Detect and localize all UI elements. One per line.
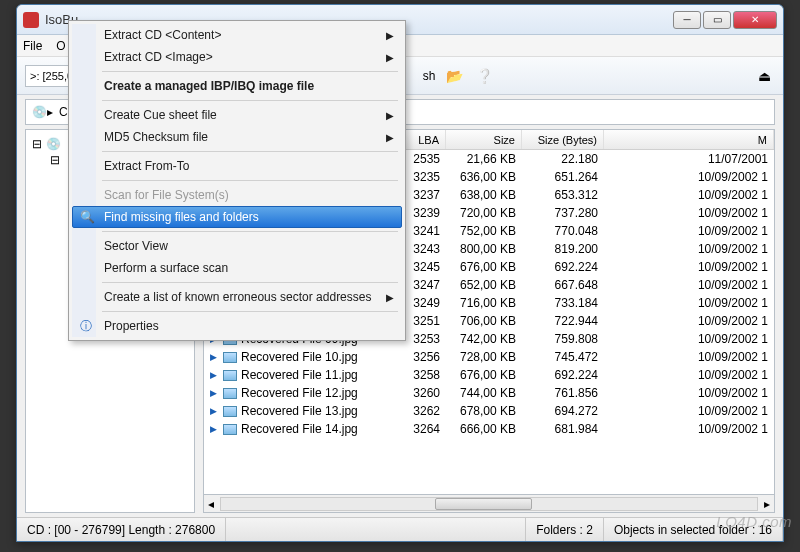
cell-bytes: 692.224	[522, 368, 604, 382]
cell-date: 10/09/2002 1	[604, 206, 774, 220]
cell-bytes: 733.184	[522, 296, 604, 310]
cell-bytes: 761.856	[522, 386, 604, 400]
cell-date: 10/09/2002 1	[604, 404, 774, 418]
cell-size: 652,00 KB	[446, 278, 522, 292]
cell-bytes: 722.944	[522, 314, 604, 328]
table-row[interactable]: ▶Recovered File 11.jpg3258676,00 KB692.2…	[204, 366, 774, 384]
submenu-arrow-icon: ▶	[386, 292, 394, 303]
cell-date: 10/09/2002 1	[604, 278, 774, 292]
file-name: Recovered File 13.jpg	[241, 404, 358, 418]
col-bytes[interactable]: Size (Bytes)	[522, 130, 604, 149]
cell-lba: 3256	[394, 350, 446, 364]
horizontal-scrollbar[interactable]: ◂ ▸	[203, 495, 775, 513]
ctx-find-missing[interactable]: 🔍 Find missing files and folders	[72, 206, 402, 228]
file-name: Recovered File 10.jpg	[241, 350, 358, 364]
menu-file[interactable]: File	[23, 39, 42, 53]
cell-bytes: 770.048	[522, 224, 604, 238]
cell-bytes: 759.808	[522, 332, 604, 346]
submenu-arrow-icon: ▶	[386, 30, 394, 41]
ctx-properties[interactable]: ⓘ Properties	[72, 315, 402, 337]
cell-bytes: 745.472	[522, 350, 604, 364]
maximize-button[interactable]: ▭	[703, 11, 731, 29]
cell-date: 11/07/2001	[604, 152, 774, 166]
cell-size: 716,00 KB	[446, 296, 522, 310]
cell-date: 10/09/2002 1	[604, 350, 774, 364]
cell-size: 742,00 KB	[446, 332, 522, 346]
image-file-icon	[223, 406, 237, 417]
file-name: Recovered File 12.jpg	[241, 386, 358, 400]
ctx-sector-view[interactable]: Sector View	[72, 235, 402, 257]
disc-icon: 💿▸	[32, 105, 53, 119]
cell-date: 10/09/2002 1	[604, 422, 774, 436]
ctx-scan-fs: Scan for File System(s)	[72, 184, 402, 206]
help-icon[interactable]: ❔	[473, 65, 495, 87]
image-file-icon	[223, 352, 237, 363]
cell-bytes: 694.272	[522, 404, 604, 418]
cell-bytes: 651.264	[522, 170, 604, 184]
cell-size: 744,00 KB	[446, 386, 522, 400]
cell-date: 10/09/2002 1	[604, 314, 774, 328]
magnifier-icon: 🔍	[79, 209, 95, 225]
cell-lba: 3262	[394, 404, 446, 418]
eject-icon[interactable]: ⏏	[753, 65, 775, 87]
expand-icon[interactable]: ⊟	[32, 137, 42, 151]
ctx-extract-fromto[interactable]: Extract From-To	[72, 155, 402, 177]
image-file-icon	[223, 370, 237, 381]
info-icon: ⓘ	[78, 318, 94, 334]
refresh-label[interactable]: sh	[423, 69, 436, 83]
cell-bytes: 681.984	[522, 422, 604, 436]
cell-lba: 3258	[394, 368, 446, 382]
cell-date: 10/09/2002 1	[604, 224, 774, 238]
ctx-create-cue[interactable]: Create Cue sheet file▶	[72, 104, 402, 126]
status-folders: Folders : 2	[526, 518, 604, 541]
close-button[interactable]: ✕	[733, 11, 777, 29]
cell-bytes: 737.280	[522, 206, 604, 220]
cell-size: 720,00 KB	[446, 206, 522, 220]
cell-date: 10/09/2002 1	[604, 368, 774, 382]
table-row[interactable]: ▶Recovered File 12.jpg3260744,00 KB761.8…	[204, 384, 774, 402]
context-menu: Extract CD <Content>▶ Extract CD <Image>…	[68, 20, 406, 341]
ctx-create-ibp[interactable]: Create a managed IBP/IBQ image file	[72, 75, 402, 97]
cell-size: 676,00 KB	[446, 368, 522, 382]
cell-size: 666,00 KB	[446, 422, 522, 436]
scroll-thumb[interactable]	[435, 498, 531, 510]
cell-lba: 3264	[394, 422, 446, 436]
submenu-arrow-icon: ▶	[386, 132, 394, 143]
table-row[interactable]: ▶Recovered File 14.jpg3264666,00 KB681.9…	[204, 420, 774, 438]
cell-bytes: 667.648	[522, 278, 604, 292]
statusbar: CD : [00 - 276799] Length : 276800 Folde…	[17, 517, 783, 541]
col-date[interactable]: M	[604, 130, 774, 149]
status-cd: CD : [00 - 276799] Length : 276800	[17, 518, 226, 541]
cell-date: 10/09/2002 1	[604, 170, 774, 184]
ctx-extract-image[interactable]: Extract CD <Image>▶	[72, 46, 402, 68]
cell-bytes: 819.200	[522, 242, 604, 256]
submenu-arrow-icon: ▶	[386, 110, 394, 121]
ctx-extract-content[interactable]: Extract CD <Content>▶	[72, 24, 402, 46]
table-row[interactable]: ▶Recovered File 13.jpg3262678,00 KB694.2…	[204, 402, 774, 420]
col-size[interactable]: Size	[446, 130, 522, 149]
submenu-arrow-icon: ▶	[386, 52, 394, 63]
cell-size: 638,00 KB	[446, 188, 522, 202]
cell-lba: 3260	[394, 386, 446, 400]
table-row[interactable]: ▶Recovered File 10.jpg3256728,00 KB745.4…	[204, 348, 774, 366]
cell-date: 10/09/2002 1	[604, 332, 774, 346]
cell-size: 728,00 KB	[446, 350, 522, 364]
ctx-err-list[interactable]: Create a list of known erroneous sector …	[72, 286, 402, 308]
image-file-icon	[223, 388, 237, 399]
menu-o[interactable]: O	[56, 39, 65, 53]
ctx-md5[interactable]: MD5 Checksum file▶	[72, 126, 402, 148]
open-folder-icon[interactable]: 📂	[443, 65, 465, 87]
disc-icon: 💿	[46, 137, 61, 151]
expand-icon[interactable]: ⊟	[50, 153, 60, 167]
image-file-icon	[223, 424, 237, 435]
cell-bytes: 692.224	[522, 260, 604, 274]
minimize-button[interactable]: ─	[673, 11, 701, 29]
ctx-surface-scan[interactable]: Perform a surface scan	[72, 257, 402, 279]
status-objects: Objects in selected folder : 16	[604, 518, 783, 541]
cell-date: 10/09/2002 1	[604, 260, 774, 274]
cell-date: 10/09/2002 1	[604, 242, 774, 256]
cell-bytes: 22.180	[522, 152, 604, 166]
cell-size: 800,00 KB	[446, 242, 522, 256]
cell-size: 706,00 KB	[446, 314, 522, 328]
cell-size: 678,00 KB	[446, 404, 522, 418]
